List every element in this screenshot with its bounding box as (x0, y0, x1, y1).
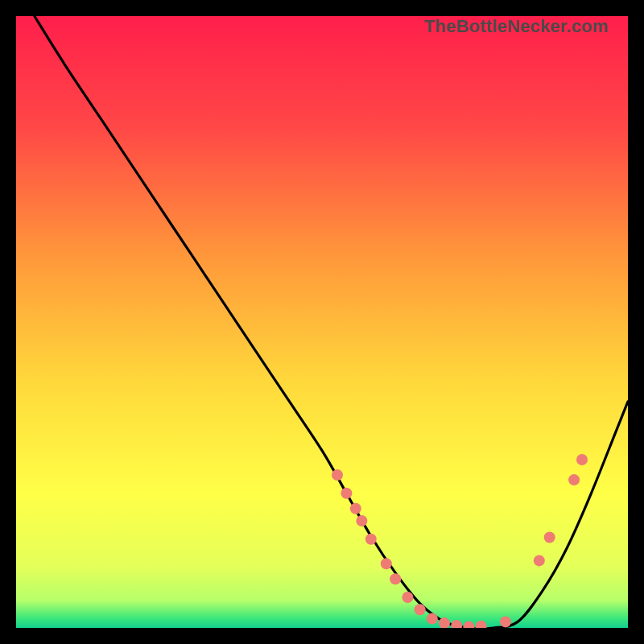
curve-dot (381, 558, 392, 569)
curve-dot (427, 613, 438, 625)
curve-dot (356, 515, 367, 526)
watermark-label: TheBottleNecker.com (424, 16, 609, 37)
curve-dot (500, 616, 511, 627)
bottleneck-chart (16, 16, 628, 628)
curve-dot (341, 488, 352, 499)
curve-dot (576, 454, 588, 465)
curve-dot (350, 503, 361, 514)
curve-dot (332, 469, 343, 481)
curve-dot (544, 532, 555, 543)
curve-dot (365, 534, 377, 545)
curve-dot (415, 604, 426, 615)
gradient-background (16, 16, 628, 628)
curve-dot (534, 555, 545, 566)
curve-dot (568, 474, 580, 485)
curve-dot (402, 592, 413, 603)
curve-dot (390, 573, 401, 584)
chart-frame: TheBottleNecker.com (16, 16, 628, 628)
